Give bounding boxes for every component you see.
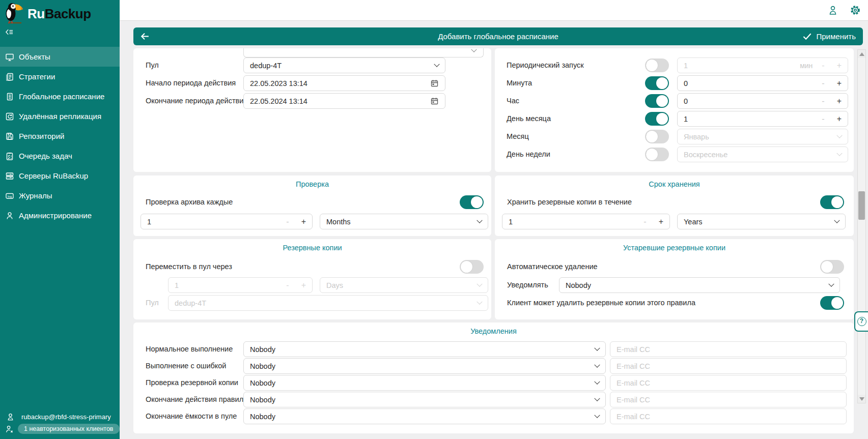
retention-interval-value: 1 <box>509 218 643 226</box>
section-title: Устаревшие резервные копии <box>495 244 854 252</box>
section-title: Срок хранения <box>495 180 854 188</box>
minute-toggle[interactable] <box>645 76 669 90</box>
scroll-down-button[interactable] <box>858 395 865 403</box>
rule-expiry-select[interactable]: Nobody <box>243 392 606 407</box>
decrement-button[interactable]: - <box>643 217 646 226</box>
normal-run-value: Nobody <box>250 345 595 354</box>
decrement-button[interactable]: - <box>822 97 824 106</box>
notify-value: Nobody <box>566 281 829 289</box>
hour-toggle[interactable] <box>645 94 669 108</box>
sidebar-item-label: Репозиторий <box>19 132 64 140</box>
topbar <box>120 0 868 21</box>
increment-button[interactable]: + <box>837 114 842 124</box>
sidebar-item-administration[interactable]: Администрирование <box>0 206 120 225</box>
retention-interval-input[interactable]: 1 - + <box>502 214 670 229</box>
day-of-month-input[interactable]: 1 - + <box>677 111 848 127</box>
section-title: Уведомления <box>133 327 854 335</box>
sidebar-item-label: Глобальное расписание <box>19 92 104 101</box>
task-queue-icon <box>5 152 14 161</box>
increment-button[interactable]: + <box>837 97 842 106</box>
periodic-run-value: 1 <box>684 62 800 70</box>
decrement-button: - <box>286 281 289 290</box>
scroll-up-button[interactable] <box>858 50 865 58</box>
backup-check-select[interactable]: Nobody <box>243 375 606 391</box>
sidebar-menu: Объекты Стратегии Глобальное расписание … <box>0 47 120 225</box>
increment-button[interactable]: + <box>837 79 842 88</box>
cutoff-select[interactable] <box>243 48 484 57</box>
move-to-pool-toggle[interactable] <box>460 260 484 274</box>
decrement-button[interactable]: - <box>286 217 289 226</box>
gear-icon[interactable] <box>850 5 861 18</box>
increment-button[interactable]: + <box>659 217 663 226</box>
month-toggle[interactable] <box>645 130 669 143</box>
monitor-icon <box>5 52 14 62</box>
error-run-email-cc-input[interactable] <box>610 358 847 374</box>
unauthorized-clients[interactable]: 1 неавторизованных клиентов <box>0 423 120 435</box>
sidebar-item-label: Удалённая репликация <box>19 112 101 121</box>
notify-select[interactable]: Nobody <box>559 277 840 293</box>
sidebar-item-repository[interactable]: Репозиторий <box>0 126 120 146</box>
verify-interval-value: 1 <box>147 218 286 226</box>
vertical-scrollbar[interactable] <box>857 49 866 403</box>
verify-interval-input[interactable]: 1 - + <box>141 214 313 229</box>
pool-value: dedup-4T <box>250 62 435 70</box>
sidebar-item-global-schedule[interactable]: Глобальное расписание <box>0 86 120 106</box>
pool-select[interactable]: dedup-4T <box>243 57 445 73</box>
backup-check-email-cc-input[interactable] <box>610 375 847 391</box>
chevron-down-icon <box>477 299 482 304</box>
end-date-input[interactable]: 22.05.2024 13:14 <box>243 93 445 109</box>
retention-toggle[interactable] <box>820 195 844 209</box>
client-delete-toggle[interactable] <box>820 296 844 310</box>
verify-unit-value: Months <box>326 218 478 226</box>
auto-delete-label: Автоматическое удаление <box>507 259 598 275</box>
normal-run-select[interactable]: Nobody <box>243 341 606 357</box>
minute-input[interactable]: 0 - + <box>677 75 848 91</box>
sidebar: RuBackup Объекты Стратегии Глобальное ра… <box>0 0 120 439</box>
hour-input[interactable]: 0 - + <box>677 93 848 109</box>
sidebar-item-label: Администрирование <box>19 211 92 220</box>
increment-button: + <box>301 281 306 290</box>
decrement-button[interactable]: - <box>822 79 824 88</box>
move-pool-label: Пул <box>146 295 159 311</box>
periodic-run-toggle[interactable] <box>645 58 669 72</box>
sidebar-item-servers[interactable]: Серверы RuBackup <box>0 166 120 186</box>
decrement-button[interactable]: - <box>822 114 824 124</box>
minute-label: Минута <box>507 75 532 91</box>
rule-expiry-email-cc-input[interactable] <box>610 392 847 407</box>
chevron-down-icon <box>828 281 834 286</box>
auto-delete-toggle[interactable] <box>820 260 844 274</box>
sidebar-item-logs[interactable]: log Журналы <box>0 186 120 206</box>
normal-run-email-cc-input[interactable] <box>610 341 847 357</box>
day-of-week-value: Воскресенье <box>684 151 837 159</box>
increment-button[interactable]: + <box>301 217 306 226</box>
sidebar-item-strategies[interactable]: Стратегии <box>0 67 120 86</box>
pool-capacity-email-cc-input[interactable] <box>610 408 847 424</box>
day-of-month-toggle[interactable] <box>645 112 669 126</box>
pool-capacity-select[interactable]: Nobody <box>243 408 606 424</box>
sidebar-item-objects[interactable]: Объекты <box>0 47 120 67</box>
start-date-input[interactable]: 22.05.2023 13:14 <box>243 75 445 91</box>
calendar-icon[interactable] <box>430 97 439 105</box>
chevron-down-icon <box>471 47 477 52</box>
retention-unit-select[interactable]: Years <box>677 214 846 229</box>
section-title: Проверка <box>133 180 491 188</box>
admin-icon <box>5 211 14 220</box>
verify-toggle[interactable] <box>460 195 484 209</box>
calendar-icon[interactable] <box>430 79 439 87</box>
apply-label: Применить <box>816 32 856 41</box>
day-of-month-label: День месяца <box>507 111 551 127</box>
servers-icon <box>5 171 14 181</box>
verify-unit-select[interactable]: Months <box>320 214 488 229</box>
sidebar-item-task-queue[interactable]: Очередь задач <box>0 146 120 166</box>
collapse-sidebar-icon[interactable] <box>5 28 14 38</box>
help-button[interactable]: ? <box>854 311 868 332</box>
day-of-week-toggle[interactable] <box>645 148 669 161</box>
error-run-select[interactable]: Nobody <box>243 358 606 374</box>
scrollbar-thumb[interactable] <box>858 191 865 220</box>
sidebar-item-remote-replication[interactable]: Удалённая репликация <box>0 106 120 126</box>
sidebar-item-label: Стратегии <box>19 72 55 81</box>
start-date-value: 22.05.2023 13:14 <box>250 79 426 87</box>
account-icon[interactable] <box>827 5 838 18</box>
apply-button[interactable]: Применить <box>802 32 856 41</box>
schedule-icon <box>5 92 14 101</box>
